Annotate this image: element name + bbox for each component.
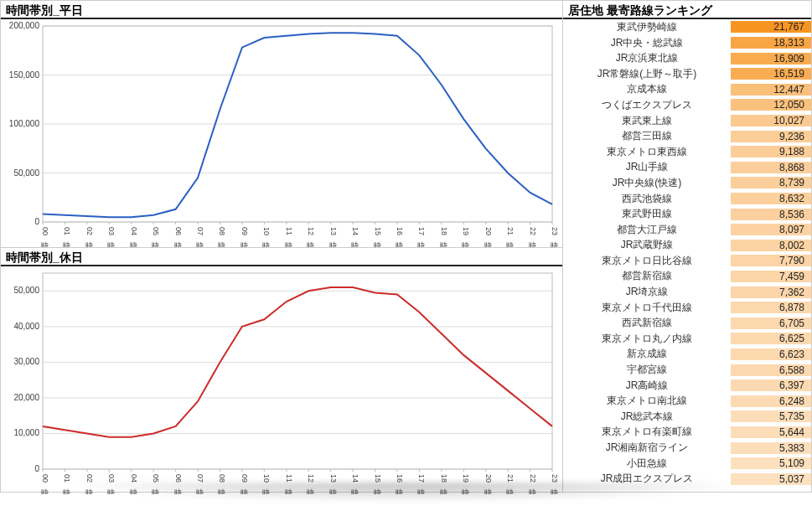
- ranking-row: 東京メトロ東西線9,188: [563, 144, 811, 160]
- svg-rect-71: [43, 273, 552, 469]
- ranking-row-value: 6,705: [731, 317, 811, 329]
- ranking-row-value: 10,027: [731, 115, 811, 126]
- ranking-row-value: 5,383: [731, 442, 811, 454]
- ranking-row: JR中央・総武線18,313: [563, 35, 811, 51]
- svg-text:11時: 11時: [285, 474, 293, 494]
- ranking-row-name: JR高崎線: [563, 379, 731, 393]
- svg-text:06時: 06時: [174, 474, 183, 494]
- ranking-row-name: JR常磐線(上野～取手): [563, 67, 731, 81]
- ranking-row-value: 9,236: [731, 131, 811, 142]
- svg-text:19時: 19時: [462, 474, 470, 494]
- svg-text:00時: 00時: [41, 227, 49, 247]
- ranking-row-value: 5,037: [731, 473, 811, 485]
- ranking-row-value: 6,625: [731, 333, 811, 344]
- ranking-row-value: 7,362: [731, 286, 811, 298]
- svg-text:10,000: 10,000: [13, 429, 39, 438]
- svg-text:30,000: 30,000: [13, 358, 39, 367]
- svg-text:20時: 20時: [484, 227, 493, 247]
- holiday-chart-area: 010,00020,00030,00040,00050,00000時01時02時…: [1, 266, 562, 494]
- svg-text:40,000: 40,000: [13, 322, 39, 331]
- ranking-row-name: 西武新宿線: [563, 316, 731, 330]
- ranking-row-name: 都営大江戸線: [563, 223, 731, 237]
- ranking-row: JR常磐線(上野～取手)16,519: [563, 66, 811, 82]
- ranking-row-value: 6,588: [731, 364, 811, 376]
- ranking-row: 都営三田線9,236: [563, 128, 811, 144]
- svg-text:50,000: 50,000: [13, 168, 39, 178]
- weekday-chart-title: 時間帯別_平日: [1, 1, 562, 19]
- svg-text:01時: 01時: [63, 474, 71, 494]
- ranking-row-name: 東京メトロ丸ノ内線: [563, 332, 731, 346]
- ranking-row-value: 7,790: [731, 255, 811, 266]
- svg-text:05時: 05時: [152, 227, 160, 247]
- ranking-row-value: 16,909: [731, 53, 811, 65]
- svg-text:13時: 13時: [329, 474, 338, 494]
- svg-text:12時: 12時: [307, 227, 315, 247]
- ranking-row-value: 8,632: [731, 193, 811, 204]
- svg-text:09時: 09時: [240, 227, 249, 247]
- ranking-row-value: 5,644: [731, 426, 811, 438]
- ranking-row-value: 8,739: [731, 177, 811, 188]
- ranking-row: 宇都宮線6,588: [563, 362, 811, 378]
- ranking-row: 都営新宿線7,459: [563, 269, 811, 285]
- svg-text:23時: 23時: [551, 474, 559, 494]
- ranking-row-value: 6,397: [731, 379, 811, 391]
- ranking-row-value: 21,767: [731, 21, 811, 33]
- ranking-row-value: 9,188: [731, 146, 811, 157]
- ranking-row-name: JR埼京線: [563, 285, 731, 299]
- svg-text:23時: 23時: [551, 227, 559, 247]
- ranking-row: 東京メトロ南北線6,248: [563, 393, 811, 409]
- svg-text:04時: 04時: [130, 227, 138, 247]
- ranking-row-value: 7,459: [731, 271, 811, 282]
- svg-text:15時: 15時: [374, 474, 382, 494]
- weekday-chart-box: 時間帯別_平日 050,000100,000150,000200,00000時0…: [1, 1, 562, 248]
- ranking-row: つくばエクスプレス12,050: [563, 97, 811, 113]
- ranking-row-name: 都営三田線: [563, 129, 731, 143]
- svg-text:0: 0: [34, 217, 39, 226]
- ranking-row: 東京メトロ千代田線6,878: [563, 300, 811, 316]
- ranking-row: JR高崎線6,397: [563, 378, 811, 394]
- ranking-row-value: 16,519: [731, 68, 811, 80]
- ranking-row: 東武野田線8,536: [563, 206, 811, 222]
- ranking-row: 京成本線12,447: [563, 82, 811, 98]
- svg-text:08時: 08時: [218, 227, 226, 247]
- ranking-row-name: 新京成線: [563, 347, 731, 361]
- svg-text:03時: 03時: [107, 474, 116, 494]
- svg-text:16時: 16時: [396, 474, 404, 494]
- svg-text:11時: 11時: [285, 227, 293, 247]
- ranking-row-value: 6,878: [731, 302, 811, 313]
- ranking-row: JR成田エクスプレス5,037: [563, 471, 811, 487]
- ranking-row: 西武新宿線6,705: [563, 315, 811, 331]
- ranking-row-name: 東京メトロ有楽町線: [563, 425, 731, 439]
- ranking-row-name: JR中央・総武線: [563, 36, 731, 50]
- ranking-row: 東京メトロ有楽町線5,644: [563, 425, 811, 441]
- ranking-row-name: つくばエクスプレス: [563, 98, 731, 112]
- ranking-row-value: 18,313: [731, 37, 811, 49]
- ranking-row: 都営大江戸線8,097: [563, 222, 811, 238]
- ranking-row: JR埼京線7,362: [563, 284, 811, 300]
- weekday-chart-area: 050,000100,000150,000200,00000時01時02時03時…: [1, 19, 562, 247]
- ranking-row: 新京成線6,623: [563, 347, 811, 363]
- ranking-row-name: 東京メトロ南北線: [563, 394, 731, 408]
- ranking-row: JR武蔵野線8,002: [563, 238, 811, 254]
- svg-text:100,000: 100,000: [9, 119, 40, 128]
- svg-text:07時: 07時: [196, 474, 204, 494]
- ranking-row-name: JR総武本線: [563, 410, 731, 424]
- ranking-row-value: 8,002: [731, 240, 811, 251]
- ranking-row-name: JR中央線(快速): [563, 176, 731, 190]
- svg-text:17時: 17時: [417, 227, 426, 247]
- ranking-row-value: 5,735: [731, 410, 811, 422]
- svg-text:18時: 18時: [440, 474, 448, 494]
- ranking-row: JR京浜東北線16,909: [563, 50, 811, 66]
- ranking-row: 東京メトロ丸ノ内線6,625: [563, 331, 811, 347]
- svg-text:20時: 20時: [484, 474, 493, 494]
- svg-text:22時: 22時: [529, 474, 537, 494]
- ranking-row-value: 8,097: [731, 224, 811, 235]
- svg-text:16時: 16時: [396, 227, 404, 247]
- svg-text:17時: 17時: [417, 474, 426, 494]
- svg-text:03時: 03時: [107, 227, 116, 247]
- ranking-row: 東武東上線10,027: [563, 113, 811, 129]
- svg-text:18時: 18時: [440, 227, 448, 247]
- ranking-row: JR山手線8,868: [563, 160, 811, 176]
- svg-text:10時: 10時: [262, 227, 271, 247]
- charts-column: 時間帯別_平日 050,000100,000150,000200,00000時0…: [1, 1, 563, 492]
